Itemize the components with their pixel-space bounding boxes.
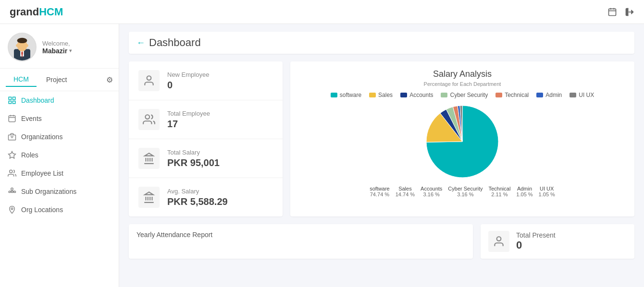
- sidebar-nav: Dashboard Events Organizations Roles Emp…: [0, 91, 119, 219]
- stat-icon-wrap-2: [138, 109, 160, 130]
- dropdown-arrow: ▾: [69, 48, 72, 53]
- sidebar-item-org-locations[interactable]: Org Locations: [0, 201, 119, 219]
- sidebar-item-sub-organizations[interactable]: Sub Organizations: [0, 182, 119, 201]
- sidebar-item-dashboard[interactable]: Dashboard: [0, 91, 119, 109]
- sidebar-item-events[interactable]: Events: [0, 109, 119, 128]
- sidebar-item-organizations[interactable]: Organizations: [0, 128, 119, 146]
- sidebar-profile: Welcome, Mabazir ▾: [0, 24, 119, 69]
- sidebar-item-roles[interactable]: Roles: [0, 146, 119, 164]
- pie-chart: [424, 103, 501, 180]
- dept-pct: 1.05 %: [516, 191, 533, 197]
- legend-label: Sales: [378, 92, 393, 98]
- roles-icon: [8, 151, 16, 159]
- dept-name: Sales: [396, 186, 415, 191]
- dept-name: software: [370, 186, 390, 191]
- topnav-icons: [607, 7, 634, 17]
- stat-info-2: Total Employee 17: [167, 110, 210, 130]
- dept-label-item: software74.74 %: [370, 186, 390, 197]
- page-header: ← Dashboard: [129, 32, 634, 54]
- dashboard-body: New Employee 0 Total Employee 17: [129, 61, 634, 216]
- salary-chart-title: Salary Analysis: [300, 69, 625, 79]
- legend-dot: [570, 93, 576, 97]
- legend-item: Admin: [536, 92, 562, 98]
- dept-name: Technical: [488, 186, 510, 191]
- stat-icon-wrap-1: [138, 70, 160, 91]
- employee-list-icon: [8, 169, 16, 178]
- username-dropdown[interactable]: Mabazir ▾: [42, 47, 72, 55]
- organizations-icon: [8, 132, 16, 141]
- stat-icon-wrap-3: [138, 148, 160, 169]
- sidebar: Welcome, Mabazir ▾ HCM Project ⚙ Dashboa…: [0, 24, 119, 287]
- stat-icon-wrap-4: [138, 187, 160, 208]
- bottom-row: Yearly Attendance Report Total Present 0: [129, 224, 634, 259]
- calendar-icon[interactable]: [607, 7, 617, 17]
- dept-label-item: Sales14.74 %: [396, 186, 415, 197]
- svg-rect-12: [9, 97, 11, 99]
- stat-info-4: Avg. Salary PKR 5,588.29: [167, 188, 228, 207]
- sidebar-item-label: Sub Organizations: [21, 188, 76, 195]
- stat-value-avg-salary: PKR 5,588.29: [167, 196, 228, 207]
- stat-label-total-salary: Total Salary: [167, 149, 220, 156]
- sidebar-item-label: Roles: [21, 151, 38, 159]
- svg-point-33: [147, 76, 151, 80]
- legend-item: UI UX: [570, 92, 594, 98]
- profile-text: Welcome, Mabazir ▾: [42, 40, 72, 55]
- stat-label-total-employee: Total Employee: [167, 110, 210, 117]
- present-icon-wrap: [488, 231, 509, 252]
- present-label: Total Present: [516, 231, 556, 239]
- legend-dot: [400, 93, 407, 97]
- legend-label: software: [340, 92, 361, 98]
- gear-button[interactable]: ⚙: [106, 75, 113, 84]
- present-value: 0: [516, 239, 556, 251]
- username-text: Mabazir: [42, 47, 67, 55]
- legend-item: Cyber Security: [441, 92, 488, 98]
- dept-label-item: Technical2.11 %: [488, 186, 510, 197]
- svg-marker-23: [9, 152, 16, 158]
- department-labels: software74.74 %Sales14.74 %Accounts3.16 …: [370, 186, 555, 197]
- svg-rect-13: [13, 97, 15, 99]
- svg-point-10: [16, 44, 18, 47]
- back-arrow[interactable]: ←: [136, 38, 145, 48]
- legend-item: Technical: [495, 92, 529, 98]
- present-panel: Total Present 0: [481, 224, 634, 259]
- svg-rect-0: [609, 9, 616, 15]
- stat-info-3: Total Salary PKR 95,001: [167, 149, 220, 168]
- stat-card-new-employee: New Employee 0: [129, 61, 283, 100]
- stat-info-1: New Employee 0: [167, 71, 209, 91]
- dept-label-item: Admin1.05 %: [516, 186, 533, 197]
- bank-icon: [143, 152, 155, 165]
- stat-card-avg-salary: Avg. Salary PKR 5,588.29: [129, 178, 283, 216]
- dept-label-item: Accounts3.16 %: [421, 186, 442, 197]
- dept-name: Admin: [516, 186, 533, 191]
- dept-pct: 1.05 %: [539, 191, 555, 197]
- bank-icon-2: [143, 191, 155, 203]
- sidebar-tabs: HCM Project ⚙: [0, 69, 119, 91]
- legend-label: Technical: [505, 92, 529, 98]
- sidebar-item-label: Events: [21, 115, 42, 122]
- svg-point-24: [10, 170, 12, 173]
- legend-item: Accounts: [400, 92, 433, 98]
- top-nav: grandHCM: [0, 0, 644, 24]
- svg-marker-40: [145, 153, 153, 155]
- dept-label-item: Cyber Security3.16 %: [448, 186, 483, 197]
- stat-value-total-employee: 17: [167, 119, 210, 130]
- present-person-icon: [493, 235, 505, 248]
- tab-hcm[interactable]: HCM: [6, 72, 37, 87]
- logout-icon[interactable]: [625, 7, 634, 17]
- dept-pct: 3.16 %: [421, 191, 442, 197]
- tab-project[interactable]: Project: [38, 73, 75, 86]
- svg-marker-46: [145, 192, 153, 194]
- attendance-panel: Yearly Attendance Report: [129, 224, 473, 259]
- sidebar-item-label: Dashboard: [21, 96, 54, 104]
- legend-dot: [441, 93, 447, 97]
- dept-pct: 2.11 %: [488, 191, 510, 197]
- dept-pct: 74.74 %: [370, 191, 390, 197]
- legend-item: Sales: [369, 92, 393, 98]
- svg-rect-14: [13, 101, 15, 104]
- main-layout: Welcome, Mabazir ▾ HCM Project ⚙ Dashboa…: [0, 24, 644, 287]
- sidebar-item-employee-list[interactable]: Employee List: [0, 164, 119, 182]
- dept-pct: 3.16 %: [448, 191, 483, 197]
- dept-pct: 14.74 %: [396, 191, 415, 197]
- person-icon: [143, 74, 155, 87]
- main-content: ← Dashboard New Employee 0: [119, 24, 644, 287]
